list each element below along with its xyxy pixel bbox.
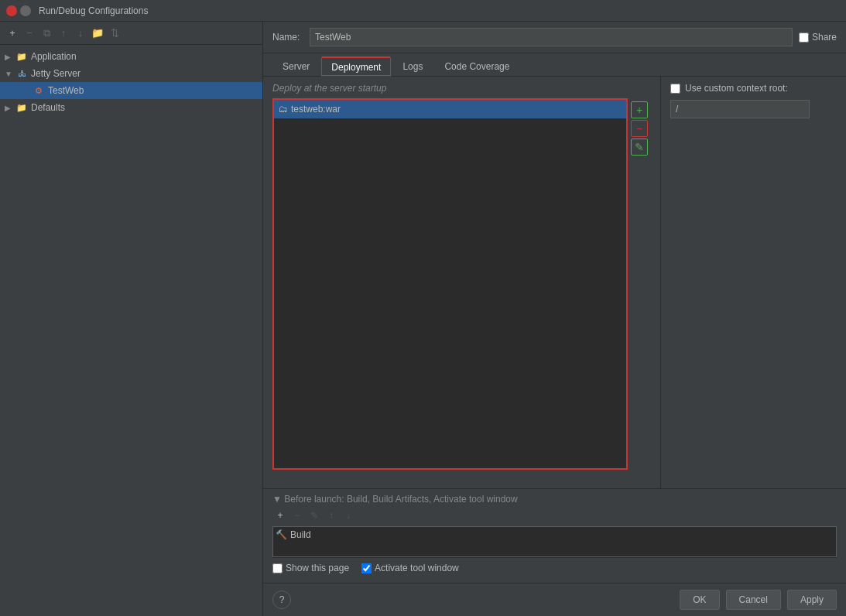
sidebar-item-label-jetty: Jetty Server	[31, 68, 80, 79]
name-label: Name:	[272, 32, 303, 43]
share-area: Share	[799, 32, 837, 43]
tree-arrow-jetty: ▼	[5, 70, 15, 78]
tab-logs[interactable]: Logs	[392, 56, 433, 76]
artifact-item-testweb-war[interactable]: 🗂 testweb:war	[274, 100, 626, 118]
tabs-bar: Server Deployment Logs Code Coverage	[263, 53, 846, 77]
build-icon: 🔨	[275, 529, 287, 541]
sidebar: + − ⧉ ↑ ↓ 📁 ⇅ ▶ 📁 Application ▼ 🖧	[0, 22, 263, 616]
help-button[interactable]: ?	[272, 590, 291, 609]
folder-button[interactable]: 📁	[90, 26, 105, 41]
move-up-button[interactable]: ↑	[56, 26, 71, 41]
tree-arrow-defaults: ▶	[5, 104, 15, 112]
cancel-button[interactable]: Cancel	[726, 590, 781, 610]
before-launch-header: ▼ Before launch: Build, Build Artifacts,…	[272, 494, 837, 505]
sidebar-item-label-application: Application	[31, 51, 77, 62]
dialog-body: + − ⧉ ↑ ↓ 📁 ⇅ ▶ 📁 Application ▼ 🖧	[0, 22, 846, 616]
dialog-title: Run/Debug Configurations	[39, 5, 148, 16]
before-launch-toolbar: + − ✎ ↑ ↓	[272, 508, 837, 523]
name-row: Name: Share	[263, 22, 846, 53]
artifacts-area: 🗂 testweb:war + − ✎	[272, 98, 651, 470]
bl-edit-button[interactable]: ✎	[307, 508, 322, 523]
dialog-buttons: ? OK Cancel Apply	[263, 583, 846, 616]
close-button[interactable]	[6, 5, 17, 16]
show-this-page-checkbox[interactable]	[272, 563, 283, 573]
context-root-input[interactable]	[670, 100, 810, 118]
title-bar-controls	[6, 5, 31, 16]
sidebar-toolbar: + − ⧉ ↑ ↓ 📁 ⇅	[0, 22, 262, 45]
activate-tool-window-item: Activate tool window	[361, 563, 459, 573]
artifact-label-testweb-war: testweb:war	[291, 104, 341, 115]
tab-code-coverage[interactable]: Code Coverage	[434, 56, 519, 76]
remove-config-button[interactable]: −	[22, 26, 37, 41]
apply-button[interactable]: Apply	[787, 590, 837, 610]
artifacts-sidebar: + − ✎	[628, 98, 651, 470]
server-icon-jetty: 🖧	[15, 67, 28, 80]
move-down-button[interactable]: ↓	[73, 26, 88, 41]
context-root-row: Use custom context root:	[670, 83, 837, 94]
right-panel: Name: Share Server Deployment Logs	[263, 22, 846, 616]
context-root-panel: Use custom context root:	[660, 77, 846, 488]
tab-deployment[interactable]: Deployment	[321, 56, 391, 77]
folder-icon-application: 📁	[15, 50, 28, 63]
before-launch-section: ▼ Before launch: Build, Build Artifacts,…	[263, 488, 846, 583]
footer-options: Show this page Activate tool window	[272, 557, 837, 578]
sidebar-item-jetty-server[interactable]: ▼ 🖧 Jetty Server	[0, 65, 262, 82]
bl-add-button[interactable]: +	[272, 508, 288, 523]
remove-artifact-button[interactable]: −	[631, 120, 648, 137]
deployment-tab-content: Deploy at the server startup 🗂 testweb:w…	[263, 77, 846, 488]
folder-icon-defaults: 📁	[15, 101, 28, 114]
sidebar-item-label-testweb: TestWeb	[48, 85, 84, 96]
sidebar-item-testweb[interactable]: ⚙ TestWeb	[0, 82, 262, 99]
ok-button[interactable]: OK	[680, 590, 719, 610]
share-label: Share	[812, 32, 837, 43]
dialog: + − ⧉ ↑ ↓ 📁 ⇅ ▶ 📁 Application ▼ 🖧	[0, 22, 846, 616]
tab-server[interactable]: Server	[272, 56, 320, 76]
add-config-button[interactable]: +	[5, 26, 20, 41]
share-checkbox[interactable]	[799, 33, 809, 43]
copy-config-button[interactable]: ⧉	[39, 26, 54, 41]
deployment-panel: Deploy at the server startup 🗂 testweb:w…	[263, 77, 660, 488]
build-item[interactable]: 🔨 Build	[273, 527, 836, 542]
artifacts-list: 🗂 testweb:war	[272, 98, 628, 470]
before-launch-items: 🔨 Build	[272, 526, 837, 557]
build-label: Build	[290, 529, 311, 540]
name-input[interactable]	[310, 28, 793, 46]
artifact-icon: 🗂	[279, 104, 288, 115]
config-icon-testweb: ⚙	[33, 84, 45, 97]
title-bar: Run/Debug Configurations	[0, 0, 846, 22]
sort-button[interactable]: ⇅	[107, 26, 122, 41]
bl-up-button[interactable]: ↑	[324, 508, 339, 523]
bl-down-button[interactable]: ↓	[341, 508, 356, 523]
tree-arrow-application: ▶	[5, 53, 15, 61]
deploy-label: Deploy at the server startup	[272, 83, 651, 94]
context-root-checkbox[interactable]	[670, 84, 680, 94]
show-this-page-item: Show this page	[272, 563, 349, 573]
sidebar-tree: ▶ 📁 Application ▼ 🖧 Jetty Server ⚙ TestW…	[0, 45, 262, 616]
edit-artifact-button[interactable]: ✎	[631, 139, 648, 156]
context-root-label: Use custom context root:	[685, 83, 788, 94]
activate-tool-window-label: Activate tool window	[375, 563, 459, 573]
bl-remove-button[interactable]: −	[289, 508, 305, 523]
sidebar-item-application[interactable]: ▶ 📁 Application	[0, 48, 262, 65]
activate-tool-window-checkbox[interactable]	[361, 563, 372, 573]
sidebar-item-defaults[interactable]: ▶ 📁 Defaults	[0, 99, 262, 116]
minimize-button[interactable]	[20, 5, 31, 16]
add-artifact-button[interactable]: +	[631, 101, 648, 118]
show-this-page-label: Show this page	[286, 563, 349, 573]
sidebar-item-label-defaults: Defaults	[31, 102, 65, 113]
